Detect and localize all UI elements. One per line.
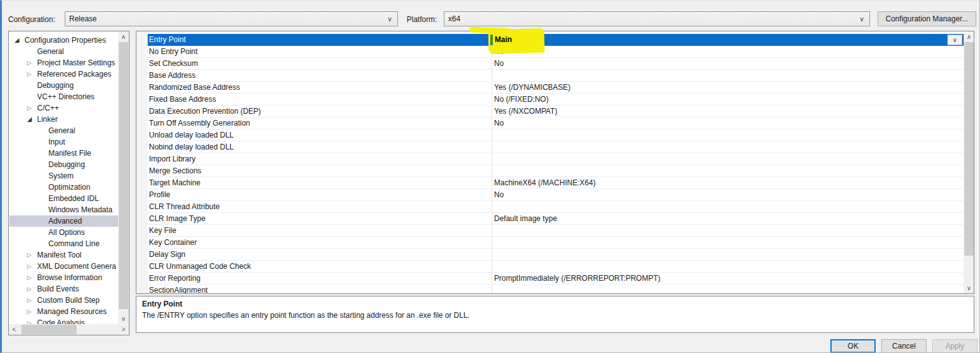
scroll-down-icon[interactable]: ∨ — [964, 283, 974, 293]
sidebar-item-manifest-file[interactable]: Manifest File — [9, 148, 118, 159]
sidebar-item-linker[interactable]: ◢Linker — [9, 114, 118, 125]
entry-point-value[interactable]: Main — [495, 34, 512, 46]
tree-vscroll-thumb[interactable] — [119, 42, 128, 309]
property-value[interactable] — [494, 285, 934, 294]
collapsed-arrow-icon[interactable]: ▷ — [27, 102, 37, 114]
collapsed-arrow-icon[interactable]: ▷ — [27, 317, 37, 324]
sidebar-item-referenced-packages[interactable]: ▷Referenced Packages — [9, 68, 118, 80]
chevron-down-icon[interactable]: ∨ — [859, 12, 864, 26]
property-value[interactable]: MachineX64 (/MACHINE:X64) — [494, 177, 934, 188]
property-row-randomized-base-address[interactable]: Randomized Base AddressYes (/DYNAMICBASE… — [148, 82, 964, 94]
property-value[interactable] — [494, 249, 934, 260]
property-row-base-address[interactable]: Base Address — [148, 70, 964, 82]
property-value[interactable]: Yes (/NXCOMPAT) — [494, 106, 934, 117]
sidebar-item-vc-directories[interactable]: VC++ Directories — [9, 91, 118, 102]
collapsed-arrow-icon[interactable]: ▷ — [27, 306, 37, 317]
ok-button[interactable]: OK — [830, 339, 876, 353]
scroll-down-icon[interactable]: ∨ — [118, 313, 129, 324]
collapsed-arrow-icon[interactable]: ▷ — [27, 57, 37, 68]
apply-button[interactable]: Apply — [932, 339, 977, 353]
property-value[interactable]: No — [494, 46, 934, 57]
sidebar-item-configuration-properties[interactable]: ◢Configuration Properties — [9, 35, 118, 46]
tree-hscroll-thumb[interactable] — [21, 325, 77, 334]
property-row-merge-sections[interactable]: Merge Sections — [148, 165, 964, 177]
scroll-up-icon[interactable]: ∧ — [964, 31, 974, 42]
property-row-error-reporting[interactable]: Error ReportingPromptImmediately (/ERROR… — [148, 273, 964, 285]
sidebar-item-managed-resources[interactable]: ▷Managed Resources — [9, 306, 118, 317]
tree-vertical-scrollbar[interactable]: ∧ ∨ — [118, 31, 129, 324]
property-value[interactable]: No — [494, 189, 934, 200]
sidebar-item-debugging[interactable]: Debugging — [9, 80, 118, 91]
sidebar-item-embedded-idl[interactable]: Embedded IDL — [9, 193, 118, 204]
expanded-arrow-icon[interactable]: ◢ — [14, 35, 25, 46]
property-row-data-execution-prevention-dep[interactable]: Data Execution Prevention (DEP)Yes (/NXC… — [148, 106, 964, 117]
property-value[interactable]: No (/FIXED:NO) — [494, 94, 934, 105]
chevron-down-icon[interactable]: ∨ — [387, 12, 392, 26]
property-value[interactable] — [494, 34, 934, 45]
sidebar-item-build-events[interactable]: ▷Build Events — [9, 283, 118, 295]
property-value[interactable] — [494, 141, 934, 153]
sidebar-item-project-master-settings[interactable]: ▷Project Master Settings — [9, 57, 118, 68]
value-dropdown-button[interactable]: ∨ — [947, 35, 962, 45]
property-value[interactable]: Yes (/DYNAMICBASE) — [494, 82, 934, 93]
collapsed-arrow-icon[interactable]: ▷ — [27, 272, 37, 283]
expanded-arrow-icon[interactable]: ◢ — [27, 114, 37, 125]
scroll-left-icon[interactable]: < — [9, 324, 19, 335]
property-row-key-file[interactable]: Key File — [148, 225, 964, 237]
sidebar-item-command-line[interactable]: Command Line — [9, 238, 118, 249]
sidebar-item-windows-metadata[interactable]: Windows Metadata — [9, 204, 118, 215]
property-value[interactable] — [494, 201, 934, 212]
sidebar-item-advanced[interactable]: Advanced — [9, 215, 118, 227]
property-row-turn-off-assembly-generation[interactable]: Turn Off Assembly GenerationNo — [148, 117, 964, 129]
configuration-manager-button[interactable]: Configuration Manager... — [878, 11, 976, 26]
sidebar-item-input[interactable]: Input — [9, 136, 118, 148]
property-value[interactable] — [494, 261, 934, 272]
property-row-nobind-delay-loaded-dll[interactable]: Nobind delay loaded DLL — [148, 141, 964, 153]
property-row-clr-image-type[interactable]: CLR Image TypeDefault image type — [148, 213, 964, 225]
property-row-clr-unmanaged-code-check[interactable]: CLR Unmanaged Code Check — [148, 261, 964, 273]
property-value[interactable] — [494, 129, 934, 141]
sidebar-item-custom-build-step[interactable]: ▷Custom Build Step — [9, 295, 118, 306]
property-row-key-container[interactable]: Key Container — [148, 237, 964, 249]
scroll-right-icon[interactable]: > — [118, 324, 129, 335]
grid-vertical-scrollbar[interactable]: ∧ ∨ — [964, 31, 974, 293]
sidebar-item-optimization[interactable]: Optimization — [9, 182, 118, 193]
property-value[interactable]: Default image type — [494, 213, 934, 224]
property-row-clr-thread-attribute[interactable]: CLR Thread Attribute — [148, 201, 964, 213]
collapsed-arrow-icon[interactable]: ▷ — [27, 295, 37, 306]
sidebar-item-c-c[interactable]: ▷C/C++ — [9, 102, 118, 114]
grid-vscroll-thumb[interactable] — [964, 42, 974, 256]
collapsed-arrow-icon[interactable]: ▷ — [27, 249, 37, 261]
configuration-dropdown[interactable]: Release ∨ — [65, 11, 398, 26]
collapsed-arrow-icon[interactable]: ▷ — [27, 283, 37, 295]
property-value[interactable] — [494, 70, 934, 81]
property-value[interactable]: PromptImmediately (/ERRORREPORT:PROMPT) — [494, 273, 934, 284]
property-row-sectionalignment[interactable]: SectionAlignment — [148, 285, 964, 294]
tree-horizontal-scrollbar[interactable]: < > — [9, 324, 129, 335]
platform-dropdown[interactable]: x64 ∨ — [444, 11, 870, 26]
property-row-fixed-base-address[interactable]: Fixed Base AddressNo (/FIXED:NO) — [148, 94, 964, 106]
sidebar-item-xml-document-genera[interactable]: ▷XML Document Genera — [9, 261, 118, 272]
sidebar-item-all-options[interactable]: All Options — [9, 227, 118, 238]
sidebar-item-system[interactable]: System — [9, 170, 118, 182]
sidebar-item-general[interactable]: General — [9, 125, 118, 136]
property-row-target-machine[interactable]: Target MachineMachineX64 (/MACHINE:X64) — [148, 177, 964, 189]
property-row-import-library[interactable]: Import Library — [148, 153, 964, 165]
collapsed-arrow-icon[interactable]: ▷ — [27, 68, 37, 80]
sidebar-item-manifest-tool[interactable]: ▷Manifest Tool — [9, 249, 118, 261]
property-value[interactable] — [494, 165, 934, 176]
property-row-set-checksum[interactable]: Set ChecksumNo — [148, 58, 964, 70]
sidebar-item-code-analysis[interactable]: ▷Code Analysis — [9, 317, 118, 324]
property-value[interactable] — [494, 153, 934, 165]
sidebar-item-general[interactable]: General — [9, 46, 118, 57]
property-row-entry-point[interactable]: Entry Point — [148, 34, 964, 46]
sidebar-item-debugging[interactable]: Debugging — [9, 159, 118, 170]
scroll-up-icon[interactable]: ∧ — [118, 31, 129, 42]
property-value[interactable]: No — [494, 58, 934, 69]
property-row-profile[interactable]: ProfileNo — [148, 189, 964, 201]
sidebar-item-browse-information[interactable]: ▷Browse Information — [9, 272, 118, 283]
property-row-no-entry-point[interactable]: No Entry PointNo — [148, 46, 964, 58]
property-value[interactable] — [494, 237, 934, 248]
property-row-unload-delay-loaded-dll[interactable]: Unload delay loaded DLL — [148, 129, 964, 141]
property-row-delay-sign[interactable]: Delay Sign — [148, 249, 964, 261]
